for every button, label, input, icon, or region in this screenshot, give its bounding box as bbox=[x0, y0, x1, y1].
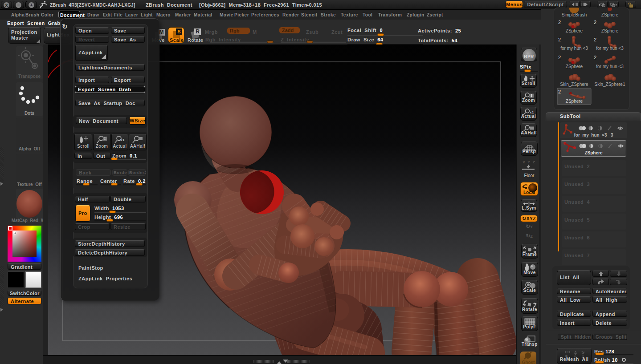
svg-text:x1: x1 bbox=[120, 138, 125, 142]
svg-text:ZSphere: ZSphere bbox=[601, 28, 619, 33]
svg-text:2: 2 bbox=[594, 55, 596, 60]
svg-text:Skin_ZSphere1: Skin_ZSphere1 bbox=[595, 82, 625, 87]
svg-text:for my hun <3: for my hun <3 bbox=[560, 46, 588, 51]
svg-text:2: 2 bbox=[558, 20, 561, 25]
svg-text:ZSphere: ZSphere bbox=[601, 12, 619, 17]
svg-text:2: 2 bbox=[558, 37, 561, 42]
svg-text:ZSphere: ZSphere bbox=[566, 28, 583, 33]
svg-text:2: 2 bbox=[558, 55, 561, 60]
svg-text:for my hun <3: for my hun <3 bbox=[596, 64, 624, 69]
svg-text:2: 2 bbox=[558, 89, 561, 94]
svg-text:for my hun <3: for my hun <3 bbox=[596, 46, 624, 51]
svg-text:Skin_ZSphere: Skin_ZSphere bbox=[560, 82, 588, 87]
svg-text:SimpleBrush: SimpleBrush bbox=[562, 12, 587, 17]
svg-text:ZSphere: ZSphere bbox=[566, 99, 583, 104]
svg-text:2: 2 bbox=[594, 20, 596, 25]
svg-text:2: 2 bbox=[594, 37, 596, 42]
svg-text:ZSphere: ZSphere bbox=[566, 64, 583, 69]
